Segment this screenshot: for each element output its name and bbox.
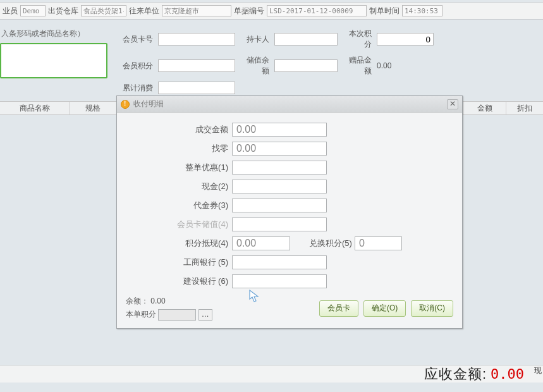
icbc-input[interactable]: [232, 255, 327, 269]
stored-balance-input[interactable]: [274, 59, 338, 72]
warehouse-label: 出货仓库: [48, 6, 78, 16]
barcode-hint: 入条形码或者商品名称）: [0, 26, 115, 43]
voucher-label: 代金券(3): [126, 200, 232, 211]
total-spent-label: 累计消费: [120, 83, 153, 94]
ccb-input[interactable]: [232, 274, 327, 288]
this-points-label: 本次积分: [343, 28, 372, 50]
deal-amount-input[interactable]: [232, 123, 327, 137]
cash-input[interactable]: [232, 180, 327, 193]
voucher-input[interactable]: [232, 199, 327, 212]
holder-label: 持卡人: [240, 34, 269, 45]
order-points-label: 本单积分: [126, 310, 156, 319]
payment-detail-dialog: 收付明细 ✕ 成交金额 找零 整单优惠(1) 现金(2) 代金券(3) 会员卡储…: [116, 95, 463, 329]
warehouse-input[interactable]: [81, 5, 126, 16]
change-input[interactable]: [232, 142, 327, 156]
member-card-button[interactable]: 会员卡: [319, 300, 358, 317]
bottom-bar: 应收金额: 0.00 现: [0, 365, 543, 383]
ok-button[interactable]: 确定(O): [363, 300, 406, 317]
salesperson-input[interactable]: [20, 5, 46, 16]
th-amount: 金额: [463, 102, 506, 114]
order-points-more-button[interactable]: …: [198, 309, 212, 321]
top-toolbar: 业员 出货仓库 往来单位 单据编号 制单时间: [0, 2, 543, 20]
warning-icon: [121, 100, 130, 109]
points-cash-label: 积分抵现(4): [126, 238, 232, 249]
due-amount-value: 0.00: [491, 366, 524, 382]
order-points-input[interactable]: [158, 309, 196, 321]
cash-label: 现金(2): [126, 181, 232, 192]
whole-discount-label: 整单优惠(1): [126, 162, 232, 173]
side-text-1: 现: [534, 367, 542, 374]
th-discount: 折扣: [506, 102, 543, 114]
card-stored-input[interactable]: [232, 217, 327, 231]
member-cardno-label: 会员卡号: [120, 34, 153, 45]
balance-value: 0.00: [150, 297, 165, 305]
partner-label: 往来单位: [129, 6, 159, 16]
icbc-label: 工商银行 (5): [126, 257, 232, 268]
due-amount-label: 应收金额:: [424, 365, 487, 384]
whole-discount-input[interactable]: [232, 161, 327, 175]
dialog-close-button[interactable]: ✕: [447, 99, 458, 109]
th-spec: 规格: [70, 102, 117, 114]
salesperson-label: 业员: [3, 6, 18, 16]
ccb-label: 建设银行 (6): [126, 276, 232, 287]
dialog-titlebar[interactable]: 收付明细 ✕: [117, 96, 462, 113]
maketime-input[interactable]: [402, 5, 442, 16]
barcode-input[interactable]: [0, 43, 107, 78]
card-stored-label: 会员卡储值(4): [126, 219, 232, 230]
deal-amount-label: 成交金额: [126, 124, 232, 135]
dialog-title-text: 收付明细: [133, 99, 164, 109]
th-name: 商品名称: [0, 102, 70, 114]
cancel-button[interactable]: 取消(C): [411, 300, 453, 317]
docno-input[interactable]: [267, 5, 367, 16]
this-points-input[interactable]: [377, 33, 434, 46]
exchange-points-input[interactable]: [355, 236, 402, 250]
docno-label: 单据编号: [234, 6, 264, 16]
maketime-label: 制单时间: [369, 6, 400, 16]
points-cash-input[interactable]: [232, 236, 290, 250]
balance-label: 余额：: [126, 297, 149, 305]
partner-input[interactable]: [162, 5, 231, 16]
exchange-points-label: 兑换积分(5): [290, 238, 355, 249]
holder-input[interactable]: [274, 33, 338, 46]
change-label: 找零: [126, 143, 232, 154]
gift-amount-label: 赠品金额: [343, 55, 372, 77]
gift-amount-value: 0.00: [377, 61, 391, 70]
member-cardno-input[interactable]: [158, 33, 235, 46]
total-spent-input[interactable]: [158, 82, 235, 94]
member-points-label: 会员积分: [120, 61, 153, 71]
member-points-input[interactable]: [158, 59, 235, 72]
stored-balance-label: 储值余额: [240, 55, 269, 77]
